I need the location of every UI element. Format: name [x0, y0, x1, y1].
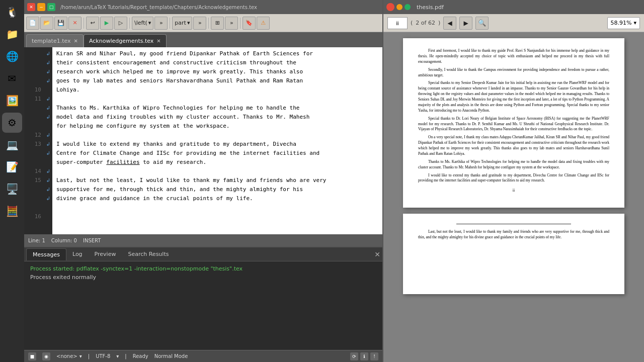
bottom-panel: Messages Log Preview Search Results ✕ Pr… [24, 246, 382, 362]
line-num-13: 13 [24, 140, 41, 149]
editor-line-9: I would like to extend my thanks and gra… [56, 140, 378, 149]
pdf-next-btn[interactable]: ▶ [459, 17, 472, 30]
pdf-page-1: First and foremost, I would like to than… [403, 38, 624, 208]
part-label: part [175, 20, 186, 26]
editor-line-12: Last, but not the least, I would like to… [56, 176, 378, 185]
bottom-statusbar: ■ ◉ <none> ▾ | UTF-8 ▾ | Ready Normal Mo… [24, 350, 382, 362]
tab-acknowledgements-label: Acknowledgements.tex [89, 38, 153, 44]
left-brace-dropdown-arrow: ▾ [148, 20, 151, 26]
undo-btn[interactable]: ↩ [86, 17, 99, 30]
fold-13: ↲ [46, 185, 50, 194]
stop-icon[interactable]: ■ [28, 352, 36, 360]
line-num-blank7 [24, 122, 41, 131]
dock-ubuntu[interactable]: 🐧 [2, 2, 22, 22]
fwd-arrow-btn[interactable]: » [154, 17, 168, 30]
line-num-blank12 [24, 203, 41, 212]
save-btn[interactable]: 💾 [54, 17, 67, 30]
pdf-p1: First and foremost, I would like to than… [418, 48, 609, 65]
pdf-prev-btn[interactable]: ◀ [443, 17, 456, 30]
dock-mail[interactable]: ✉️ [2, 68, 22, 88]
pdf-title: thesis.pdf [417, 4, 444, 11]
editor-line-14: divine grace and guidance in the crucial… [56, 194, 378, 203]
application-dock: 🐧 📁 🌐 ✉️ 🖼️ ⚙️ 💻 📝 🖥️ 🧮 [0, 0, 24, 362]
pdf-close-btn[interactable] [386, 3, 394, 11]
record-icon[interactable]: ◉ [42, 352, 50, 360]
bottom-panel-close[interactable]: ✕ [374, 250, 380, 258]
encoding-dropdown-arrow: ▾ [79, 353, 82, 359]
editor-tabs-bar: template1.tex ✕ Acknowledgements.tex ✕ [24, 32, 382, 47]
table-btn[interactable]: ⊞ [211, 17, 224, 30]
line-num-blank9 [24, 158, 41, 167]
line-num-blank11 [24, 194, 41, 203]
editor-topbar: ✕ − □ /home/arun/LaTeX Tutorials/Report_… [24, 0, 382, 14]
close-doc-btn[interactable]: ✕ [68, 17, 82, 30]
pdf-max-btn[interactable] [405, 4, 411, 10]
dock-xorg[interactable]: 🖥️ [2, 179, 22, 199]
pdf-page1-footer: ii [418, 188, 609, 194]
run-btn[interactable]: ▶ [100, 17, 113, 30]
bottom-tabs-bar: Messages Log Preview Search Results ✕ [24, 247, 382, 261]
pdf-page-input[interactable] [387, 17, 408, 29]
editor-min-btn[interactable]: − [37, 3, 45, 11]
editor-text-area[interactable]: Kiran SR and Nihar Paul, my good friend … [52, 47, 382, 234]
process-exit-msg: Process exited normally [30, 274, 376, 281]
bottom-tab-log[interactable]: Log [66, 248, 89, 260]
line-num-12: 12 [24, 131, 41, 140]
editor-line-8: for helping me configure my system at th… [56, 122, 378, 131]
line-num-blank2 [24, 58, 41, 67]
info-icon[interactable]: ℹ [360, 352, 368, 360]
dock-browser[interactable]: 🌐 [2, 46, 22, 66]
tab-template1-label: template1.tex [32, 38, 71, 44]
pdf-p3: Special thanks to my Senior Deepesh Kuma… [418, 80, 609, 113]
table-fwd-btn[interactable]: » [225, 17, 238, 30]
pdf-zoom-display[interactable]: 58.91% ▾ [607, 17, 640, 29]
dock-tex[interactable]: 📝 [2, 157, 22, 177]
sep3 [170, 18, 170, 29]
bookmark-btn[interactable]: 🔖 [243, 17, 256, 30]
sep2 [129, 18, 130, 29]
editor-pane[interactable]: 10 11 12 13 14 15 16 ↲ ↲ ↲ [24, 47, 382, 234]
editor-max-btn[interactable]: □ [47, 3, 55, 11]
step-btn[interactable]: ▷ [114, 17, 127, 30]
tab-template1-close[interactable]: ✕ [74, 38, 78, 44]
pdf-content-area[interactable]: First and foremost, I would like to than… [383, 32, 644, 362]
alert-btn[interactable]: ⚠ [257, 17, 270, 30]
editor-line-5: Lohiya. [56, 85, 378, 95]
fold-3: ↲ [46, 67, 50, 76]
pdf-min-btn[interactable] [396, 4, 403, 10]
bottom-tab-search-results[interactable]: Search Results [122, 248, 175, 260]
bottom-tab-messages[interactable]: Messages [26, 248, 66, 260]
editor-line-1: Kiran SR and Nihar Paul, my good friend … [56, 49, 378, 58]
editor-line-6: Thanks to Ms. Karthika of Wipro Technolo… [56, 104, 378, 113]
pdf-viewer-panel: thesis.pdf ( 2 of 62 ) ◀ ▶ 🔍 58.91% ▾ Fi… [382, 0, 644, 362]
new-file-btn[interactable]: 📄 [26, 17, 39, 30]
line-num-16: 16 [24, 212, 41, 221]
error-icon[interactable]: ! [370, 352, 378, 360]
sep1 [84, 18, 84, 29]
encoding-selector[interactable]: <none> ▾ [56, 353, 82, 359]
fold-1: ↲ [46, 49, 50, 58]
tab-acknowledgements-close[interactable]: ✕ [156, 38, 160, 44]
tab-acknowledgements[interactable]: Acknowledgements.tex ✕ [84, 34, 167, 47]
pdf-page-paren-close: ) [438, 20, 440, 26]
part-fwd-btn[interactable]: » [193, 17, 206, 30]
encoding-label[interactable]: UTF-8 [96, 353, 110, 359]
part-dropdown[interactable]: part ▾ [172, 17, 192, 30]
dock-files[interactable]: 📁 [2, 24, 22, 44]
open-file-btn[interactable]: 📂 [40, 17, 53, 30]
status-line: Line: 1 [28, 238, 45, 243]
dock-settings[interactable]: ⚙️ [2, 113, 22, 133]
process-start-msg: Process started: pdflatex -synctex=1 -in… [30, 265, 376, 272]
dock-photos[interactable]: 🖼️ [2, 90, 22, 111]
dock-calc[interactable]: 🧮 [2, 201, 22, 221]
editor-close-btn[interactable]: ✕ [27, 3, 35, 11]
tab-template1[interactable]: template1.tex ✕ [26, 34, 84, 47]
line-num-15: 15 [24, 176, 41, 185]
editor-toolbar: 📄 📂 💾 ✕ ↩ ▶ ▷ \left( ▾ » part ▾ » ⊞ » 🔖 … [24, 14, 382, 32]
dock-terminal[interactable]: 💻 [2, 135, 22, 155]
bottom-tab-preview[interactable]: Preview [89, 248, 122, 260]
fold-6: ↲ [46, 104, 50, 113]
sync-icon[interactable]: ⟳ [350, 352, 358, 360]
pdf-search-btn[interactable]: 🔍 [475, 17, 489, 30]
left-brace-dropdown[interactable]: \left( ▾ [132, 17, 153, 30]
